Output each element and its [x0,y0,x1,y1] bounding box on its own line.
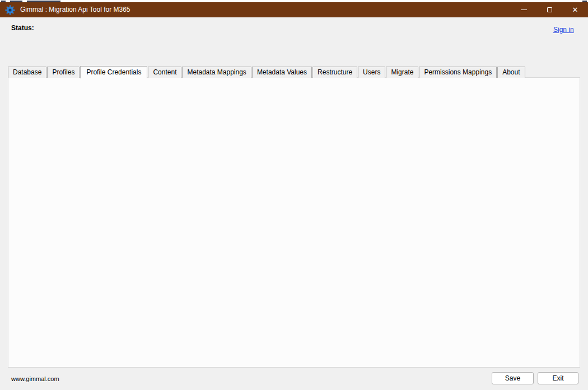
tab-profiles[interactable]: Profiles [47,67,80,78]
titlebar: Gimmal : Migration Api Tool for M365 ✕ [0,2,588,17]
tab-content[interactable]: Content [148,67,181,78]
application-window: Gimmal : Migration Api Tool for M365 ✕ S… [0,0,588,390]
gimmal-gear-icon [5,5,15,15]
maximize-button[interactable] [537,2,562,17]
tab-metadata-mappings[interactable]: Metadata Mappings [182,67,251,78]
save-button[interactable]: Save [492,372,534,384]
tab-about[interactable]: About [497,67,525,78]
tab-permissions-mappings[interactable]: Permissions Mappings [419,67,497,78]
window-title: Gimmal : Migration Api Tool for M365 [20,6,130,13]
tab-page-profile-credentials [8,77,580,368]
tab-database[interactable]: Database [8,67,46,78]
status-sign-in-link[interactable]: Sign in [553,26,574,34]
status-label: Status: [11,24,34,32]
tab-metadata-values[interactable]: Metadata Values [252,67,312,78]
tab-profile-credentials[interactable]: Profile Credentials [80,66,147,78]
maximize-icon [547,7,552,12]
tab-restructure[interactable]: Restructure [312,67,357,78]
tab-migrate[interactable]: Migrate [386,67,418,78]
minimize-button[interactable] [511,2,536,17]
exit-button[interactable]: Exit [538,372,578,384]
tab-users[interactable]: Users [358,67,385,78]
website-link: www.gimmal.com [11,375,59,382]
tab-strip: DatabaseProfilesProfile CredentialsConte… [8,65,526,78]
minimize-icon [521,10,527,10]
close-icon: ✕ [572,6,578,13]
close-button[interactable]: ✕ [563,2,587,17]
